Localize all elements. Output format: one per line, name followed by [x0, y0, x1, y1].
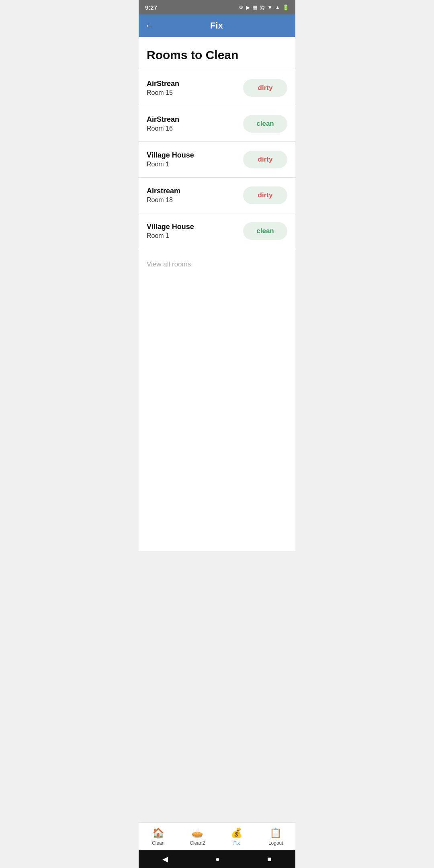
room-list: AirStreanRoom 15dirtyAirStreanRoom 16cle… [139, 70, 295, 249]
nav-label-fix: Fix [233, 840, 240, 846]
room-number: Room 18 [147, 197, 180, 204]
back-button[interactable]: ← [145, 19, 157, 33]
nav-icon-logout: 📋 [270, 827, 282, 839]
settings-icon: ⚙ [239, 4, 244, 10]
nav-item-logout[interactable]: 📋Logout [256, 823, 296, 850]
room-item[interactable]: Village HouseRoom 1clean [139, 213, 295, 249]
view-all-row[interactable]: View all rooms [139, 249, 295, 280]
page-title: Rooms to Clean [139, 37, 295, 70]
android-recent-button[interactable]: ■ [259, 852, 280, 867]
room-item[interactable]: AirStreanRoom 15dirty [139, 70, 295, 106]
room-number: Room 15 [147, 89, 179, 96]
room-info: Village HouseRoom 1 [147, 151, 194, 168]
nav-item-clean[interactable]: 🏠Clean [139, 823, 178, 850]
header: ← Fix [139, 14, 295, 37]
room-info: Village HouseRoom 1 [147, 223, 194, 240]
at-icon: @ [260, 4, 265, 10]
room-number: Room 1 [147, 161, 194, 168]
nav-icon-clean: 🏠 [152, 827, 164, 839]
android-nav-bar: ◀ ● ■ [139, 850, 295, 868]
bottom-nav: 🏠Clean🥧Clean2💰Fix📋Logout [139, 822, 295, 850]
room-item[interactable]: AirStreanRoom 16clean [139, 106, 295, 141]
header-title: Fix [157, 20, 276, 31]
status-badge[interactable]: clean [243, 115, 287, 133]
room-item[interactable]: Village HouseRoom 1dirty [139, 141, 295, 177]
nav-label-logout: Logout [268, 840, 283, 846]
main-content: Rooms to Clean AirStreanRoom 15dirtyAirS… [139, 37, 295, 551]
room-name: Village House [147, 151, 194, 160]
room-name: Village House [147, 223, 194, 231]
sim-icon: ▦ [252, 4, 257, 10]
room-info: AirStreanRoom 16 [147, 115, 179, 132]
room-name: Airstream [147, 187, 180, 195]
status-icons: ⚙ ▶ ▦ @ ▼ ▲ 🔋 [239, 4, 289, 10]
nav-label-clean2: Clean2 [190, 840, 205, 846]
status-badge[interactable]: dirty [243, 151, 287, 168]
status-badge[interactable]: dirty [243, 186, 287, 204]
nav-item-fix[interactable]: 💰Fix [217, 823, 256, 850]
view-all-link[interactable]: View all rooms [147, 260, 191, 268]
room-info: AirstreamRoom 18 [147, 187, 180, 204]
gray-area [139, 551, 295, 822]
nav-icon-clean2: 🥧 [191, 827, 203, 839]
android-back-button[interactable]: ◀ [154, 852, 176, 867]
nav-icon-fix: 💰 [231, 827, 243, 839]
room-number: Room 16 [147, 125, 179, 132]
nav-item-clean2[interactable]: 🥧Clean2 [178, 823, 217, 850]
status-badge[interactable]: dirty [243, 79, 287, 97]
room-name: AirStrean [147, 115, 179, 124]
wifi-icon: ▼ [267, 4, 272, 10]
room-item[interactable]: AirstreamRoom 18dirty [139, 177, 295, 213]
room-name: AirStrean [147, 80, 179, 88]
android-home-button[interactable]: ● [207, 852, 228, 867]
status-badge[interactable]: clean [243, 222, 287, 240]
battery-icon: 🔋 [283, 4, 289, 10]
nav-label-clean: Clean [152, 840, 164, 846]
status-time: 9:27 [145, 4, 157, 11]
status-bar: 9:27 ⚙ ▶ ▦ @ ▼ ▲ 🔋 [139, 0, 295, 14]
room-info: AirStreanRoom 15 [147, 80, 179, 96]
room-number: Room 1 [147, 232, 194, 240]
signal-icon: ▲ [275, 4, 280, 10]
shield-icon: ▶ [246, 4, 250, 10]
